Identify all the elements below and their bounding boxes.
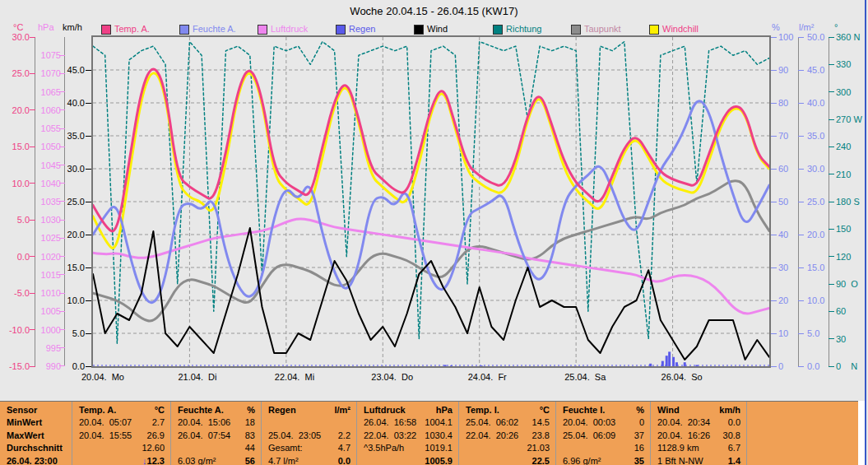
axis-label-hpa: 1050 — [12, 142, 61, 151]
rain-bar — [450, 365, 453, 366]
stat-value: Luftdruck — [364, 405, 406, 415]
stat-value: Feuchte A. — [178, 405, 224, 415]
stat-value: 25.04. 23:05 — [268, 430, 321, 440]
stat-value: 25.04. 06:02 — [466, 417, 518, 427]
stat-cell: 26.04. 23:00 — [0, 454, 72, 465]
axis-tick-temp_c — [30, 37, 35, 38]
series-feuchte-a- — [93, 101, 769, 303]
stat-cell: Feuchte A.% — [171, 403, 262, 416]
stat-cell: ^3.5hPa/h1019.1 — [357, 441, 459, 453]
stat-cell — [747, 416, 859, 428]
stat-value: 0.0 — [728, 417, 740, 427]
axis-label-deg: 210 — [836, 170, 851, 179]
axis-label-temp_c: 30.0 — [0, 33, 30, 42]
stat-cell: Sensor — [0, 403, 72, 416]
stat-value: 83 — [245, 430, 255, 440]
stat-value: hPa — [436, 405, 453, 415]
legend-label: Feuchte A. — [193, 24, 236, 34]
axis-tick-lm2 — [798, 333, 804, 334]
stat-value: 1 Bft N-NW — [657, 456, 703, 465]
stat-cell — [747, 454, 859, 465]
axis-tick-deg — [829, 146, 834, 147]
axis-label-percent: 100 — [778, 33, 793, 42]
stat-value: 4.7 — [338, 443, 350, 453]
stat-value: 26.04. 07:54 — [178, 430, 230, 440]
axis-tick-lm2 — [798, 267, 804, 268]
axis-tick-lm2 — [798, 235, 804, 235]
stat-value: 26.9 — [147, 430, 165, 440]
stat-value: 20.04. 16:26 — [657, 430, 710, 440]
legend-label: Regen — [349, 24, 375, 34]
axis-label-deg: 360 N — [836, 33, 860, 42]
axis-label-kmh: 15.0 — [35, 263, 85, 272]
axis-label-kmh: 30.0 — [35, 165, 85, 174]
axis-unit-temp: °C — [13, 22, 23, 32]
stat-value: 18 — [245, 417, 255, 427]
rain-bar — [444, 365, 447, 366]
axis-label-lm2: 5.0 — [807, 329, 819, 338]
x-axis-day-label: 24.04. Fr — [468, 372, 507, 382]
stat-cell: Windkm/h — [651, 403, 747, 416]
axis-tick-deg — [829, 311, 834, 312]
stat-value: 30.8 — [723, 430, 740, 440]
axis-tick-lm2 — [798, 366, 804, 367]
legend-item-0: Temp. A. — [101, 24, 175, 35]
stat-value: Temp. A. — [79, 405, 116, 415]
axis-label-lm2: 0.0 — [807, 362, 819, 371]
table-column-2: Feuchte A.%20.04. 15:061826.04. 07:54834… — [170, 402, 262, 465]
axis-label-lm2: 20.0 — [807, 230, 824, 239]
axis-tick-percent — [771, 366, 777, 367]
plot-area[interactable] — [91, 35, 771, 368]
stat-cell: 20.04. 05:072.7 — [72, 416, 171, 428]
stat-cell: 20.04. 20:340.0 — [651, 416, 747, 428]
stat-value: 6.03 g/m² — [178, 456, 216, 465]
axis-tick-deg — [829, 284, 834, 285]
stat-value: 22.04. 20:26 — [466, 430, 518, 440]
axis-tick-kmh — [86, 103, 91, 104]
stat-value: 6.96 g/m² — [563, 456, 601, 465]
stat-value: 14.5 — [532, 417, 550, 427]
axis-label-deg: 150 — [836, 225, 851, 234]
stat-cell — [747, 441, 859, 453]
stat-cell — [747, 429, 859, 441]
legend-item-5: Richtung — [493, 24, 567, 35]
axis-tick-deg — [829, 64, 834, 65]
legend-swatch-icon — [649, 25, 659, 35]
stat-value: 1004.1 — [425, 417, 453, 427]
stat-value: Feuchte I. — [563, 405, 605, 415]
stat-value: 1.4 — [728, 456, 740, 465]
legend-item-6: Taupunkt — [571, 24, 645, 35]
stat-value: % — [636, 405, 644, 415]
axis-label-lm2: 45.0 — [807, 66, 824, 75]
legend-item-1: Feuchte A. — [179, 24, 253, 35]
legend-item-7: Windchill — [649, 24, 723, 35]
axis-tick-lm2 — [798, 202, 804, 202]
stat-value: 22.04. 03:22 — [364, 430, 416, 440]
axis-label-hpa: 1005 — [12, 307, 61, 316]
stat-cell: 4.7 l/m²0.0 — [262, 454, 357, 465]
stat-cell: 1005.9 — [357, 454, 459, 465]
axis-tick-deg — [829, 202, 834, 202]
stat-cell: 44 — [171, 441, 262, 453]
axis-label-deg: 90 O — [836, 280, 858, 289]
stat-value: % — [247, 405, 255, 415]
axis-tick-lm2 — [798, 70, 804, 71]
table-column-8 — [746, 402, 859, 465]
stat-cell: 20.04. 00:030 — [556, 416, 651, 428]
axis-unit-pressure: hPa — [38, 22, 54, 32]
axis-label-percent: 80 — [778, 99, 788, 108]
stats-table: SensorMinWertMaxWertDurchschnitt26.04. 2… — [0, 401, 858, 465]
stat-value: 0 — [639, 417, 644, 427]
chart-panel: Woche 20.04.15 - 26.04.15 (KW17) °C hPa … — [0, 0, 868, 401]
stat-cell: 26.04. 16:581004.1 — [357, 416, 459, 428]
stat-cell: 25.04. 23:052.2 — [262, 429, 357, 441]
stat-cell: Feuchte I.% — [556, 403, 651, 416]
stat-cell — [262, 416, 357, 428]
axis-tick-lm2 — [798, 300, 804, 301]
axis-tick-kmh — [86, 333, 91, 334]
axis-tick-percent — [771, 136, 777, 137]
axis-tick-kmh — [86, 235, 91, 235]
axis-label-percent: 40 — [778, 230, 788, 239]
series-taupunkt — [93, 181, 769, 321]
legend-swatch-icon — [101, 25, 111, 35]
